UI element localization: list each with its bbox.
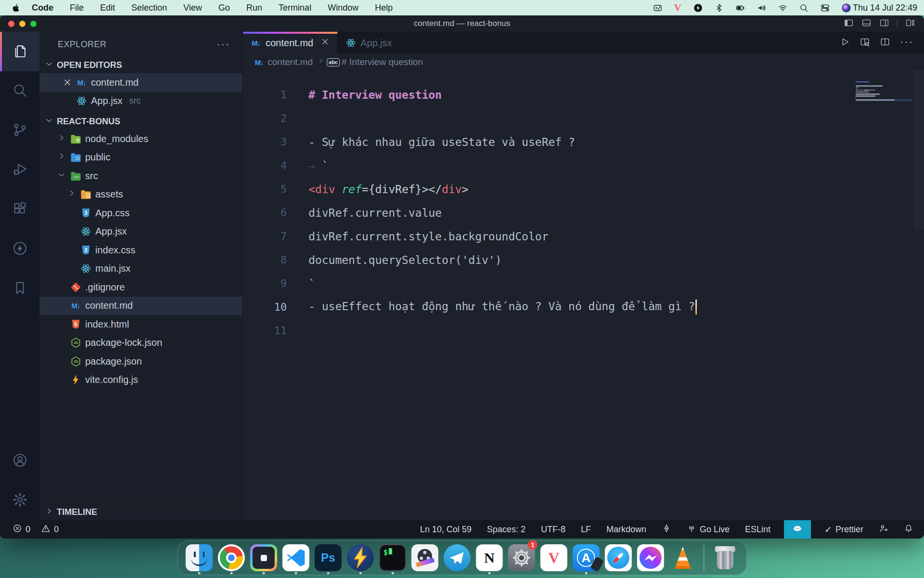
dock-trash[interactable] [711,542,738,573]
tree-item-content.md[interactable]: M↓content.md [39,297,243,315]
control-center-icon[interactable] [821,2,830,13]
status-warning-triangle[interactable]: 0 [39,520,61,539]
activitybar-thunder[interactable] [0,229,39,269]
activitybar-settings-gear[interactable] [0,481,39,520]
breadcrumb-item[interactable]: content.md [268,57,313,67]
customize-layout-icon[interactable] [905,18,915,30]
tree-item-App.css[interactable]: 3App.css [39,204,243,223]
menu-view[interactable]: View [183,3,202,13]
menu-edit[interactable]: Edit [100,3,115,13]
code-line-3[interactable]: 3- Sự khác nhau giữa useState và useRef … [243,130,924,154]
status-spaces-2[interactable]: Spaces: 2 [485,520,527,539]
dock-app-store[interactable]: A [573,542,600,573]
minimize-window-button[interactable] [19,21,26,27]
more-icon[interactable]: ··· [900,39,913,47]
dock-lightning-app[interactable] [347,542,374,573]
code-line-6[interactable]: 6divRef.current.value [243,201,924,224]
wifi-icon[interactable] [778,2,787,13]
menubar-clock[interactable]: Thu 14 Jul 22:49 [853,3,917,13]
dock-messenger[interactable] [637,542,664,573]
status-lf[interactable]: LF [579,520,593,539]
dock-vscode[interactable] [282,542,309,573]
tree-item-main.jsx[interactable]: main.jsx [39,260,243,278]
battery-icon[interactable] [736,2,745,13]
menu-go[interactable]: Go [218,3,230,13]
breadcrumb-item[interactable]: # Interview question [342,57,423,67]
v-app-icon[interactable]: V [674,2,681,13]
activitybar-files[interactable] [0,32,39,71]
tree-item-assets[interactable]: assets [39,185,243,204]
menu-selection[interactable]: Selection [131,3,167,13]
status-utf-8[interactable]: UTF-8 [539,520,567,539]
tree-item-index.html[interactable]: 5index.html [39,315,243,334]
volume-icon[interactable] [757,2,766,13]
dock-terminal[interactable]: $ [379,542,406,573]
status-error-circle[interactable]: 0 [11,520,32,539]
dock-grid-app[interactable] [250,542,277,573]
code-line-11[interactable]: 11 [243,319,924,342]
dock-chrome[interactable] [218,542,245,573]
overview-ruler[interactable] [913,70,924,229]
open-editor-item[interactable]: App.jsxsrc [39,92,243,111]
menu-window[interactable]: Window [328,3,359,13]
status-eslint[interactable]: ESLint [743,520,772,539]
timeline-section-header[interactable]: TIMELINE [39,504,243,520]
status-markdown[interactable]: Markdown [604,520,648,539]
status-ln-10-col-59[interactable]: Ln 10, Col 59 [418,520,474,539]
dock-system-settings[interactable]: 1 [508,542,535,573]
activitybar-search[interactable] [0,71,39,111]
status-bell[interactable] [902,520,915,539]
siri-icon[interactable] [842,2,851,13]
tree-item-package.json[interactable]: JSpackage.json [39,352,243,371]
menu-help[interactable]: Help [375,3,393,13]
code-line-1[interactable]: 1# Interview question [243,83,924,106]
tree-item-package-lock.json[interactable]: JSpackage-lock.json [39,334,243,353]
activitybar-run-debug[interactable] [0,150,39,190]
code-line-7[interactable]: 7divRef.current.style.backgroundColor [243,224,924,248]
tree-item-node_modules[interactable]: node_modules [39,130,243,148]
bluetooth-icon[interactable] [715,2,724,13]
dock-safari[interactable] [605,542,632,573]
code-line-4[interactable]: 4→ ` [243,154,924,177]
tree-item-App.jsx[interactable]: App.jsx [39,223,243,241]
activitybar-account[interactable] [0,441,39,481]
code-line-9[interactable]: 9` [243,272,924,295]
open-editor-item[interactable]: M↓content.md [39,73,243,92]
zoom-window-button[interactable] [30,21,37,27]
open-editors-section-header[interactable]: OPEN EDITORS [39,57,243,73]
dock-media-editor[interactable] [411,542,438,573]
split-editor-icon[interactable] [880,37,890,49]
minimap[interactable] [856,81,912,103]
open-preview-side-icon[interactable] [860,37,870,49]
menu-terminal[interactable]: Terminal [279,3,311,13]
dock-notion[interactable]: N [476,542,503,573]
close-icon[interactable] [63,78,72,87]
dock-telegram[interactable] [444,542,471,573]
tree-item-src[interactable]: </>src [39,167,243,185]
dock-vlc[interactable] [669,542,696,573]
tree-item-vite.config.js[interactable]: vite.config.js [39,371,243,390]
tab-content.md[interactable]: M↓content.md [243,32,338,54]
status-copilot[interactable] [784,520,811,539]
toggle-secondary-sidebar-icon[interactable] [879,18,889,30]
status-go-live[interactable]: Go Live [685,520,732,539]
screen-record-icon[interactable] [653,2,662,13]
bolt-circle-icon[interactable] [693,2,703,13]
tree-item-public[interactable]: public [39,148,243,167]
tree-item-.gitignore[interactable]: .gitignore [39,278,243,297]
code-editor[interactable]: 1# Interview question23- Sự khác nhau gi… [243,70,924,520]
activitybar-extensions[interactable] [0,190,39,229]
apple-menu[interactable] [12,2,21,13]
tree-item-index.css[interactable]: 3index.css [39,241,243,260]
search-icon[interactable] [799,2,808,13]
status-ink-pen[interactable] [660,520,673,539]
toggle-primary-sidebar-icon[interactable] [844,18,854,30]
close-window-button[interactable] [8,21,14,27]
project-section-header[interactable]: REACT-BONUS [39,113,243,130]
toggle-panel-icon[interactable] [861,18,872,30]
code-line-2[interactable]: 2 [243,106,924,130]
dock-v-app[interactable]: V [540,542,567,573]
menu-file[interactable]: File [70,3,84,13]
code-line-10[interactable]: 10- useEffect hoạt động như thế nào ? Và… [243,295,924,319]
explorer-more-actions-icon[interactable]: ··· [217,42,230,47]
